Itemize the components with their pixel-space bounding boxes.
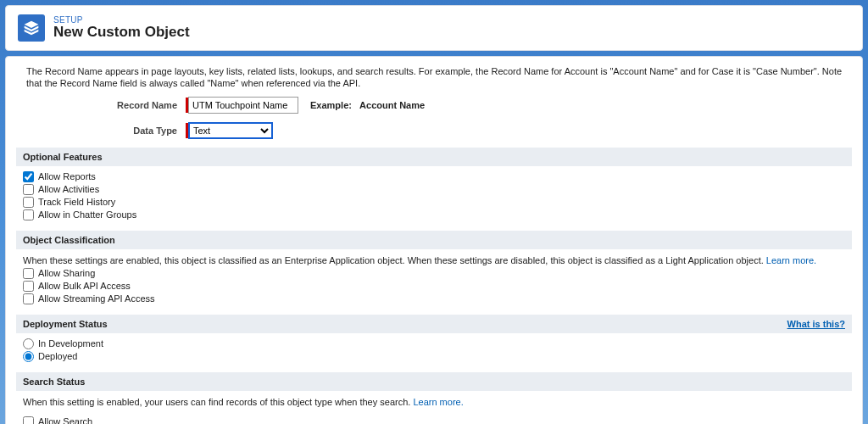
record-name-label: Record Name [16,100,186,110]
deployed-label: Deployed [38,351,77,361]
search-status-help: When this setting is enabled, your users… [23,397,410,407]
record-name-row: Record Name Example: Account Name [16,97,852,114]
allow-bulk-api-label: Allow Bulk API Access [38,281,131,291]
page-title: New Custom Object [53,25,190,41]
classification-learn-more-link[interactable]: Learn more. [766,255,816,265]
optional-features-section: Optional Features Allow Reports Allow Ac… [16,148,852,229]
allow-search-label: Allow Search [38,416,92,424]
track-field-history-checkbox[interactable] [23,197,34,208]
allow-activities-checkbox[interactable] [23,184,34,195]
data-type-label: Data Type [16,126,186,136]
object-classification-heading: Object Classification [16,231,852,249]
deployment-status-heading: Deployment Status What is this? [16,315,852,333]
search-status-heading: Search Status [16,372,852,391]
data-type-select[interactable]: Text [188,122,273,139]
allow-chatter-checkbox[interactable] [23,209,34,220]
allow-sharing-label: Allow Sharing [38,268,95,278]
allow-reports-checkbox[interactable] [23,171,34,182]
example-value: Account Name [359,100,425,110]
page-header: SETUP New Custom Object [5,5,863,51]
object-classification-section: Object Classification When these setting… [16,231,852,313]
allow-chatter-label: Allow in Chatter Groups [38,209,136,220]
deployment-status-section: Deployment Status What is this? In Devel… [16,315,852,371]
what-is-this-link[interactable]: What is this? [787,319,845,329]
record-name-intro: The Record Name appears in page layouts,… [26,65,852,90]
example-label: Example: [310,100,352,110]
allow-search-checkbox[interactable] [23,416,34,424]
layers-icon [23,20,40,36]
search-status-section: Search Status When this setting is enabl… [16,372,852,424]
allow-bulk-api-checkbox[interactable] [23,281,34,292]
main-panel: The Record Name appears in page layouts,… [5,56,863,424]
in-development-radio[interactable] [23,338,34,349]
search-learn-more-link[interactable]: Learn more. [413,397,463,407]
allow-streaming-api-checkbox[interactable] [23,293,34,304]
in-development-label: In Development [38,338,103,349]
classification-help: When these settings are enabled, this ob… [23,255,764,265]
allow-activities-label: Allow Activities [38,184,99,194]
allow-streaming-api-label: Allow Streaming API Access [38,293,155,304]
object-icon [18,14,45,42]
record-name-input[interactable] [188,97,298,114]
optional-features-heading: Optional Features [16,148,852,166]
deployed-radio[interactable] [23,351,34,362]
track-field-history-label: Track Field History [38,197,115,207]
allow-reports-label: Allow Reports [38,171,96,181]
data-type-row: Data Type Text [16,122,852,139]
allow-sharing-checkbox[interactable] [23,268,34,279]
